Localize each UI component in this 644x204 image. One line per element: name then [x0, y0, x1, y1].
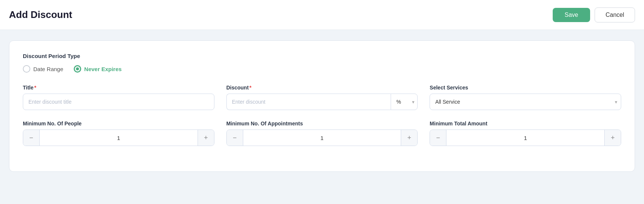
radio-circle-date-range: [23, 65, 30, 73]
page-header: Add Discount Save Cancel: [0, 0, 644, 30]
header-actions: Save Cancel: [553, 7, 635, 22]
title-required-star: *: [34, 85, 36, 91]
min-people-value[interactable]: [40, 130, 198, 146]
min-total-amount-field-group: Minimum Total Amount − +: [430, 121, 621, 146]
discount-required-star: *: [250, 85, 251, 91]
radio-group: Date Range Never Expires: [23, 65, 621, 73]
min-people-stepper: − +: [23, 130, 214, 146]
cancel-button[interactable]: Cancel: [595, 7, 635, 22]
select-services-field-group: Select Services All Service Service 1 Se…: [430, 85, 621, 110]
page-title: Add Discount: [9, 9, 72, 21]
radio-option-date-range[interactable]: Date Range: [23, 65, 63, 73]
min-appointments-value[interactable]: [243, 130, 401, 146]
min-total-amount-label: Minimum Total Amount: [430, 121, 621, 127]
radio-label-never-expires: Never Expires: [84, 66, 122, 72]
title-input[interactable]: [23, 94, 214, 110]
title-field-group: Title*: [23, 85, 214, 110]
discount-row: % $ ▾: [226, 94, 418, 110]
radio-option-never-expires[interactable]: Never Expires: [74, 65, 122, 73]
min-people-increment-button[interactable]: +: [198, 130, 214, 146]
min-appointments-field-group: Minimum No. Of Appointments − +: [226, 121, 418, 146]
percent-select-wrapper: % $ ▾: [391, 94, 418, 110]
min-appointments-decrement-button[interactable]: −: [227, 130, 243, 146]
min-total-amount-stepper: − +: [430, 130, 621, 146]
radio-label-date-range: Date Range: [33, 66, 63, 72]
min-total-amount-increment-button[interactable]: +: [604, 130, 621, 146]
service-select[interactable]: All Service Service 1 Service 2: [430, 94, 621, 110]
radio-circle-never-expires: [74, 65, 81, 73]
fields-row-2: Minimum No. Of People − + Minimum No. Of…: [23, 121, 621, 146]
percent-select[interactable]: % $: [391, 94, 418, 110]
min-appointments-increment-button[interactable]: +: [401, 130, 417, 146]
main-content: Discount Period Type Date Range Never Ex…: [0, 30, 644, 182]
service-select-wrapper: All Service Service 1 Service 2 ▾: [430, 94, 621, 110]
min-total-amount-decrement-button[interactable]: −: [430, 130, 446, 146]
discount-label: Discount*: [226, 85, 418, 91]
section-label: Discount Period Type: [23, 53, 621, 59]
min-people-field-group: Minimum No. Of People − +: [23, 121, 214, 146]
min-people-label: Minimum No. Of People: [23, 121, 214, 127]
form-card: Discount Period Type Date Range Never Ex…: [9, 40, 635, 172]
save-button[interactable]: Save: [553, 8, 590, 22]
min-appointments-stepper: − +: [226, 130, 418, 146]
title-label: Title*: [23, 85, 214, 91]
min-total-amount-value[interactable]: [446, 130, 604, 146]
discount-input[interactable]: [226, 94, 391, 110]
select-services-label: Select Services: [430, 85, 621, 91]
discount-field-group: Discount* % $ ▾: [226, 85, 418, 110]
fields-row-1: Title* Discount* % $ ▾: [23, 85, 621, 110]
min-appointments-label: Minimum No. Of Appointments: [226, 121, 418, 127]
min-people-decrement-button[interactable]: −: [23, 130, 40, 146]
